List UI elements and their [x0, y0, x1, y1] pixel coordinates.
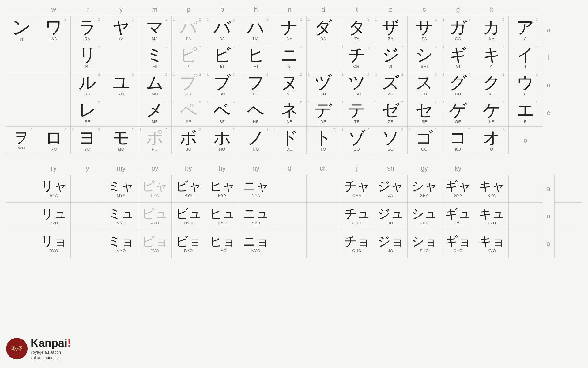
kana-nyo-label: NYO	[240, 248, 272, 253]
kana-cha-char: チャ	[341, 180, 373, 193]
kana-ge-char: ゲ	[442, 102, 474, 119]
cell-byo: ビョ BYO	[172, 230, 205, 258]
cell-cho: チョ CHO	[340, 230, 374, 258]
cell-me: 2 メ ME	[138, 99, 172, 127]
cell-empty-i-d	[307, 44, 340, 71]
kana-zu-char: ズ	[375, 74, 407, 91]
kana-nya-label: NYA	[240, 193, 272, 198]
kana-pe-char: ペ	[172, 102, 205, 119]
kana-u-char: ウ	[509, 74, 541, 91]
cell-no: 1 ノ NO	[239, 127, 273, 154]
kana-he-label: HE	[240, 119, 272, 124]
combo-empty-a-d2	[307, 175, 340, 202]
cell-bya: ビャ BYA	[172, 175, 205, 202]
kana-hyo-char: ヒョ	[206, 235, 238, 248]
kana-he-char: ヘ	[240, 102, 272, 119]
kana-jo-label: JO	[375, 248, 407, 253]
kana-ja-char: ジャ	[375, 180, 407, 193]
cell-ni: 2 ニ NI	[273, 44, 307, 71]
cell-empty-u-n	[6, 71, 37, 99]
kana-mi-label: MI	[139, 64, 171, 69]
kana-n-char: ン	[7, 18, 36, 37]
cell-chu: チュ CHU	[340, 202, 374, 230]
kana-cho-label: CHO	[341, 248, 373, 253]
kana-tsu-char: ツ	[341, 74, 373, 91]
cell-ma: 2 マ MA	[138, 16, 172, 44]
combo-empty-u-d2	[307, 202, 340, 230]
cell-tsu: 1 2 ツ TSU	[340, 71, 374, 99]
col-header-n: n	[273, 3, 307, 16]
kana-myu-char: ミュ	[105, 207, 137, 220]
col-header-s: s	[408, 3, 441, 16]
cell-te: 1 2 テ TE	[340, 99, 374, 127]
combo-col-empty4	[542, 162, 555, 175]
kana-ne-char: ネ	[273, 102, 306, 119]
combo-row-header-u: u	[542, 202, 555, 230]
combo-col-ry: ry	[37, 162, 71, 175]
kana-de-char: デ	[307, 102, 339, 119]
kana-ha-label: HA	[240, 36, 272, 41]
cell-ho: 2 ホ HO	[205, 127, 239, 154]
combo-col-empty	[6, 162, 37, 175]
cell-gu: 1 2 グ GU	[441, 71, 475, 99]
kana-kyu-label: KYU	[476, 221, 508, 225]
kana-i-char: イ	[509, 46, 541, 63]
cell-bi: 1 2 ビ BI	[205, 44, 239, 71]
kana-zo-label: ZO	[341, 147, 373, 151]
kana-te-char: テ	[341, 102, 373, 119]
cell-rya: リャ RYA	[37, 175, 71, 202]
kana-ze-label: ZE	[375, 119, 407, 124]
kana-wa-label: WA	[38, 36, 70, 41]
kana-ru-char: ル	[71, 74, 104, 91]
combo-empty-a	[6, 175, 37, 202]
cell-empty-e-w	[37, 99, 71, 127]
col-header-p: p	[172, 3, 205, 16]
kana-pyu-char: ピュ	[139, 207, 171, 220]
kana-gyo-label: GYO	[442, 248, 474, 253]
logo-kanji: 乾杯	[11, 346, 22, 352]
cell-pu: 1 2 プ PU	[172, 71, 205, 99]
col-header-b: b	[205, 3, 239, 16]
kana-mo-char: モ	[105, 129, 137, 146]
logo-circle: 乾杯	[6, 338, 28, 359]
kana-to-label: TO	[307, 147, 339, 151]
col-header-t: t	[340, 3, 374, 16]
cell-ji: 1 2 ジ JI	[374, 44, 408, 71]
kana-me-label: ME	[139, 119, 171, 124]
kana-wo-char: ヲ	[7, 130, 36, 145]
cell-empty-e-y	[104, 99, 138, 127]
kana-o-char: オ	[476, 129, 508, 146]
combo-col-empty2	[475, 162, 509, 175]
kana-ko-char: コ	[442, 129, 474, 146]
kana-ba-label: BA	[206, 36, 238, 41]
kana-ya-label: YA	[105, 36, 137, 41]
kana-ryo-label: RYO	[38, 248, 70, 253]
cell-gya: ギャ GYA	[441, 175, 475, 202]
kana-pe-label: PE	[172, 119, 205, 124]
combo-row-o: リョ RYO ミョ MYO ピョ PYO ビョ BYO	[6, 230, 582, 258]
kana-nyo-char: ニョ	[240, 235, 272, 248]
kana-myo-char: ミョ	[105, 235, 137, 248]
kana-chu-label: CHU	[341, 221, 373, 225]
kana-byu-label: BYU	[172, 221, 205, 225]
combo-empty-o	[6, 230, 37, 258]
kana-pya-label: PYA	[139, 193, 171, 198]
combo-col-gy: gy	[408, 162, 441, 175]
kana-pyo-label: PYO	[139, 248, 171, 253]
cell-nyo: ニョ NYO	[239, 230, 273, 258]
combo-row-u: リュ RYU ミュ MYU ピュ PYU ビュ BYU	[6, 202, 582, 230]
cell-shu: シュ SHU	[408, 202, 441, 230]
combo-empty-o-d	[273, 230, 307, 258]
kana-byo-label: BYO	[172, 248, 205, 253]
row-u: 2 ル RU 2 ユ YU 2 ム MU 1	[6, 71, 582, 99]
cell-pa: 1 2 パ PA	[172, 16, 205, 44]
cell-chi: 1 2 チ CHI	[340, 44, 374, 71]
kana-e-label: E	[509, 119, 541, 124]
cell-ju: ジュ JU	[374, 202, 408, 230]
cell-myu: ミュ MYU	[104, 202, 138, 230]
cell-hi: 2 ヒ HI	[239, 44, 273, 71]
column-headers: w r y m p b h n d t z	[6, 3, 582, 16]
kana-be-label: BE	[206, 119, 238, 124]
col-header-m: m	[138, 3, 172, 16]
combo-col-y: y	[71, 162, 104, 175]
